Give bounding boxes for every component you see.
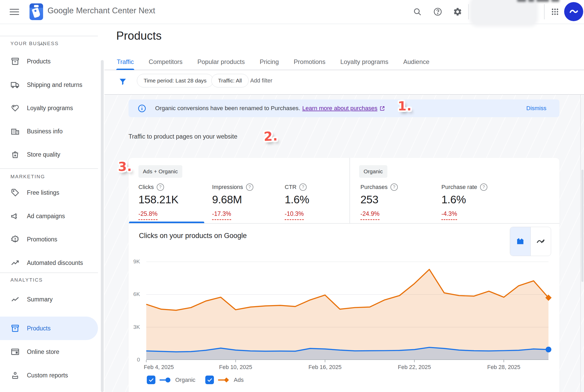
tab-traffic[interactable]: Traffic [116,54,134,70]
line-chart-toggle-icon[interactable] [530,227,551,256]
tab-promotions[interactable]: Promotions [293,54,326,70]
sidebar-item-summary[interactable]: Summary [0,288,98,311]
sidebar-item-loyalty-programs[interactable]: Loyalty programs [0,96,98,120]
sidebar-item-products[interactable]: Products [0,50,98,73]
metric-value: 158.21K [138,193,209,206]
external-link-icon [379,105,385,111]
help-circle-icon[interactable] [157,183,164,191]
sidebar-item-online-store[interactable]: Online store [0,340,98,364]
ads-organic-chip: Ads + Organic [138,165,182,178]
dismiss-button[interactable]: Dismiss [526,99,546,117]
sidebar-item-label: Promotions [27,236,57,243]
sidebar-item-business-info[interactable]: Business info [0,120,98,143]
legend-label: Ads [234,377,244,383]
header-divider-2 [544,4,545,19]
page-scrollbar[interactable] [581,170,583,282]
traffic-area-chart[interactable] [146,262,548,360]
metric-label: Impressions [212,184,243,191]
tab-popular-products[interactable]: Popular products [197,54,245,70]
metric-label: Purchase rate [441,184,477,191]
traffic-filter-chip[interactable]: Traffic: All [211,74,249,87]
sidebar-item-free-listings[interactable]: Free listings [0,181,98,204]
add-filter-button[interactable]: Add filter [250,74,272,87]
sidebar-item-promotions[interactable]: Promotions [0,228,98,251]
ads-series-marker-icon [218,377,230,383]
settings-gear-icon[interactable] [450,4,465,19]
header-divider [468,4,469,19]
metric-delta[interactable]: -17.3% [212,210,231,220]
help-circle-icon[interactable] [390,183,398,191]
search-icon[interactable] [410,4,425,19]
top-app-bar: GoogleMerchant Center Next [0,0,584,24]
truck-icon [10,80,20,90]
sidebar-item-label: Custom reports [27,372,68,379]
scrollbar-track-divider [580,94,581,392]
sidebar-item-ad-campaigns[interactable]: Ad campaigns [0,204,98,228]
organic-checkbox[interactable] [147,376,155,384]
filter-funnel-icon[interactable] [118,77,127,86]
sidebar-item-label: Online store [27,348,59,355]
metric-purchases[interactable]: Purchases 253 -24.9% [360,183,431,220]
sidebar-item-shipping-and-returns[interactable]: Shipping and returns [0,73,98,97]
tab-loyalty-programs[interactable]: Loyalty programs [340,54,389,70]
sidebar-section-your-business: YOUR BUSINESS [10,41,59,46]
metric-value: 9.68M [212,193,283,206]
app-title-product: Merchant Center Next [76,6,155,15]
x-tick-label: Feb 16, 2025 [299,364,351,371]
sidebar-item-label: Ad campaigns [27,213,65,220]
menu-icon[interactable] [10,7,20,16]
metric-delta[interactable]: -25.8% [138,210,157,220]
tab-pricing[interactable]: Pricing [259,54,279,70]
learn-more-link[interactable]: Learn more about purchases [302,105,377,112]
banner-message: Organic conversions have been renamed to… [155,105,300,112]
sidebar-item-label: Business info [27,128,63,135]
sidebar-item-label: Loyalty programs [27,105,73,112]
sidebar-item-label: Shipping and returns [27,81,82,88]
metric-clicks[interactable]: Clicks 158.21K -25.8% [138,183,209,220]
metrics-vertical-divider [349,158,350,223]
help-icon[interactable] [430,4,445,19]
bag-star-icon [10,150,20,159]
browser-icon [10,347,20,357]
trending-up-icon [10,258,20,268]
area-chart-toggle-icon[interactable] [510,227,530,256]
y-tick-label: 6K [133,291,140,297]
tab-competitors[interactable]: Competitors [148,54,183,70]
apps-grid-icon[interactable] [548,4,562,19]
tag-icon [10,188,20,197]
tab-audience[interactable]: Audience [403,54,430,70]
megaphone-icon [10,211,20,221]
ads-checkbox[interactable] [205,376,214,384]
metric-ctr[interactable]: CTR 1.6% -10.3% [285,183,355,220]
metric-delta[interactable]: -10.3% [285,210,304,220]
time-period-filter-chip[interactable]: Time period: Last 28 days [137,74,213,87]
sidebar-divider [0,36,98,36]
sidebar-item-label: Summary [27,296,52,303]
sidebar-item-label: Store quality [27,151,60,158]
sidebar-item-products-analytics[interactable]: Products [0,317,98,340]
account-avatar[interactable] [564,2,583,21]
info-banner: Organic conversions have been renamed to… [129,99,559,117]
help-circle-icon[interactable] [246,183,253,191]
sidebar-item-automated-discounts[interactable]: Automated discounts [0,251,98,275]
help-circle-icon[interactable] [299,183,307,191]
sidebar-item-store-quality[interactable]: Store quality [0,143,98,166]
help-circle-icon[interactable] [480,183,487,191]
page-title: Products [116,29,162,42]
redacted-account-text [517,0,567,3]
annotation-3: 3. [118,159,132,174]
metric-purchase-rate[interactable]: Purchase rate 1.6% -4.3% [441,183,512,220]
x-tick-label: Feb 4, 2025 [133,364,185,371]
metric-impressions[interactable]: Impressions 9.68M -17.3% [212,183,283,220]
sidebar-item-label: Products [27,325,51,332]
sidebar-item-custom-reports[interactable]: Custom reports [0,364,98,387]
organic-chip: Organic [359,165,387,178]
tab-bar: Traffic Competitors Popular products Pri… [116,54,430,70]
x-tick-label: Feb 22, 2025 [388,364,441,371]
annotation-1: 1. [398,99,412,113]
metric-delta[interactable]: -4.3% [441,210,457,220]
metric-delta[interactable]: -24.9% [360,210,379,220]
y-tick-label: 3K [133,324,140,330]
sidebar-scrollbar[interactable] [101,60,104,392]
metric-label: CTR [285,184,296,191]
